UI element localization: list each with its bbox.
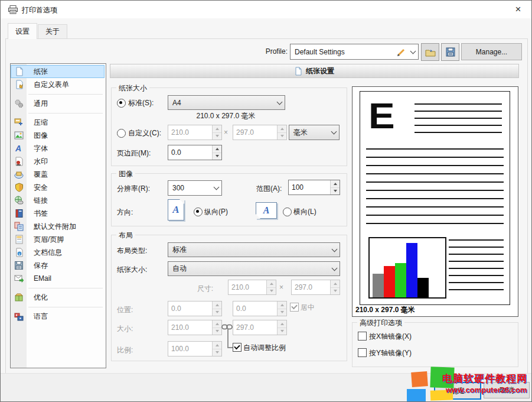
spin-down-icon[interactable]	[278, 133, 286, 140]
spinner-buttons[interactable]	[330, 280, 340, 294]
portrait-radio[interactable]	[194, 208, 203, 216]
sidebar-separator	[28, 94, 103, 95]
preview-bar	[384, 266, 395, 297]
custom-width-spinner[interactable]: 210.0	[168, 125, 222, 140]
sidebar-item-overlay[interactable]: 覆盖	[11, 168, 104, 181]
auto-scale-checkbox[interactable]	[233, 343, 241, 352]
spin-down-icon[interactable]	[278, 328, 286, 335]
landscape-radio[interactable]	[283, 208, 292, 216]
sidebar-item-email[interactable]: EMail	[11, 272, 104, 285]
printer-icon	[8, 5, 18, 14]
sidebar-item-label: 保存	[34, 261, 48, 271]
paper-dimensions-text: 210.0 x 297.0 毫米	[168, 111, 284, 121]
spinner-buttons[interactable]	[212, 342, 221, 356]
spin-down-icon[interactable]	[331, 288, 340, 295]
tab-settings[interactable]: 设置	[8, 23, 37, 39]
tab-about[interactable]: 关于	[38, 24, 67, 39]
layout-type-select[interactable]: 标准	[168, 242, 340, 257]
close-icon: ×	[515, 4, 521, 15]
scale-spinner[interactable]: 100.0	[168, 341, 222, 356]
mirror-y-checkbox[interactable]	[358, 348, 367, 357]
spinner-buttons[interactable]	[212, 302, 221, 316]
layout-paper-select[interactable]: 自动	[168, 261, 340, 276]
spinner-buttons[interactable]	[266, 280, 276, 294]
sidebar-item-document-info[interactable]: i 文档信息	[11, 246, 104, 259]
orientation-label: 方向:	[117, 208, 133, 218]
range-value: 100	[289, 180, 330, 194]
margin-spinner[interactable]: 0.0	[168, 145, 222, 160]
spinner-buttons[interactable]	[212, 320, 221, 335]
spin-up-icon[interactable]	[213, 125, 221, 133]
size-width-spinner[interactable]: 210.0	[228, 280, 276, 295]
position-x-spinner[interactable]: 0.0	[168, 301, 222, 316]
sidebar-item-custom-forms[interactable]: 自定义表单	[11, 78, 104, 91]
spin-up-icon[interactable]	[267, 280, 276, 288]
sidebar-item-bookmarks[interactable]: 书签	[11, 207, 104, 220]
mirror-x-checkbox[interactable]	[358, 332, 367, 341]
sidebar-item-compression[interactable]: 压缩	[11, 116, 104, 129]
ok-button[interactable]: 确定	[434, 382, 481, 400]
sidebar-item-language[interactable]: 语言	[11, 310, 104, 323]
sidebar-item-header-footer[interactable]: 页眉/页脚	[11, 233, 104, 246]
spin-up-icon[interactable]	[278, 302, 286, 309]
load-profile-button[interactable]	[421, 43, 439, 61]
spin-down-icon[interactable]	[213, 133, 221, 140]
close-button[interactable]: ×	[505, 1, 531, 18]
cancel-button[interactable]: 取消	[484, 382, 530, 398]
manage-button[interactable]: Manage...	[461, 43, 522, 60]
spin-up-icon[interactable]	[278, 320, 286, 328]
sidebar-item-links[interactable]: 链接	[11, 194, 104, 207]
position-x-value: 0.0	[168, 302, 212, 316]
spinner-buttons[interactable]	[212, 125, 221, 140]
sidebar-item-image[interactable]: 图像	[11, 129, 104, 142]
spinner-buttons[interactable]	[212, 145, 221, 160]
sidebar-item-label: 优化	[34, 293, 48, 303]
sidebar-item-watermark[interactable]: 水印	[11, 155, 104, 168]
sidebar-item-font[interactable]: A 字体	[11, 142, 104, 155]
layout-paper-value: 自动	[168, 262, 329, 275]
spinner-buttons[interactable]	[277, 125, 286, 140]
spin-up-icon[interactable]	[213, 342, 221, 349]
spin-down-icon[interactable]	[331, 188, 340, 195]
sidebar-item-optimize[interactable]: 优化	[11, 291, 104, 304]
spin-down-icon[interactable]	[213, 328, 221, 335]
spin-up-icon[interactable]	[213, 302, 221, 309]
spin-down-icon[interactable]	[278, 309, 286, 316]
position-y-spinner[interactable]: 0.0	[233, 301, 287, 316]
spin-up-icon[interactable]	[213, 320, 221, 328]
center-checkbox[interactable]	[290, 303, 299, 312]
spinner-buttons[interactable]	[330, 180, 340, 194]
standard-size-radio[interactable]	[117, 99, 126, 108]
size-height-spinner[interactable]: 297.0	[291, 280, 340, 295]
spin-down-icon[interactable]	[267, 288, 276, 295]
dimension-width-spinner[interactable]: 210.0	[168, 320, 222, 335]
sidebar-item-paper[interactable]: 纸张	[11, 65, 105, 78]
times-symbol: ×	[279, 283, 283, 291]
spin-up-icon[interactable]	[278, 125, 286, 133]
sidebar-item-security[interactable]: 安全	[11, 181, 104, 194]
spin-up-icon[interactable]	[331, 180, 340, 188]
image-icon	[11, 131, 27, 140]
range-spinner[interactable]: 100	[288, 180, 340, 195]
standard-size-select[interactable]: A4	[168, 95, 285, 110]
spin-down-icon[interactable]	[213, 153, 221, 160]
spin-up-icon[interactable]	[331, 280, 340, 288]
spinner-buttons[interactable]	[277, 320, 286, 335]
custom-height-spinner[interactable]: 297.0	[233, 125, 287, 140]
unit-select[interactable]: 毫米	[289, 125, 340, 140]
link-connector	[227, 329, 229, 348]
spinner-buttons[interactable]	[277, 302, 286, 316]
sidebar-item-default-file-attach[interactable]: 默认文件附加	[11, 220, 104, 233]
profile-select[interactable]: Default Settings	[290, 44, 419, 60]
resolution-select[interactable]: 300	[168, 180, 222, 196]
save-profile-button[interactable]	[441, 43, 459, 61]
sidebar-item-save[interactable]: 保存	[11, 259, 104, 272]
spin-up-icon[interactable]	[213, 145, 221, 153]
sidebar-item-general[interactable]: 通用	[11, 97, 104, 110]
position-y-value: 0.0	[233, 302, 277, 316]
custom-width-value: 210.0	[168, 125, 212, 140]
spin-down-icon[interactable]	[213, 349, 221, 356]
spin-down-icon[interactable]	[213, 309, 221, 316]
custom-size-radio[interactable]	[117, 129, 126, 138]
dimension-height-spinner[interactable]: 297.0	[233, 320, 287, 335]
